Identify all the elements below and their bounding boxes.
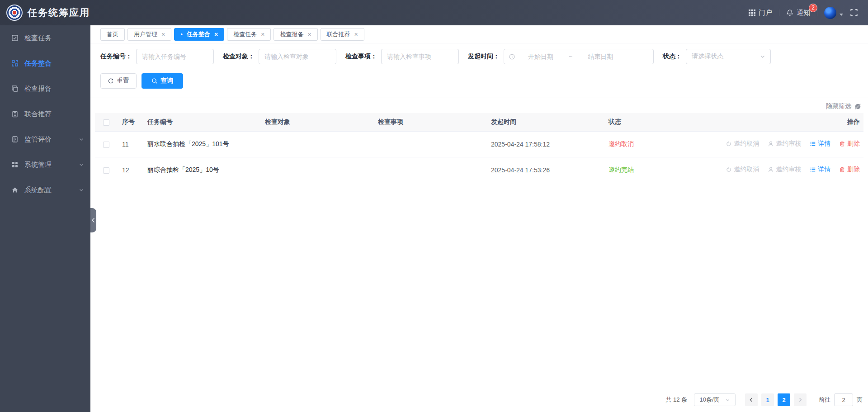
delete-button[interactable]: 删除	[839, 140, 860, 148]
tab-label: 任务整合	[187, 30, 210, 38]
cell-index: 11	[115, 131, 140, 157]
page-button-1[interactable]: 1	[761, 393, 774, 406]
pager: 1 2	[745, 393, 807, 406]
cell-object	[258, 157, 371, 183]
goto-page-input[interactable]	[834, 393, 853, 406]
tab-label: 用户管理	[134, 30, 157, 38]
tab-joint-recommend[interactable]: 联合推荐 ×	[321, 28, 364, 41]
detail-button[interactable]: 详情	[810, 166, 830, 174]
chevron-down-icon	[79, 162, 84, 167]
action-label: 详情	[818, 166, 830, 174]
app-grid-icon	[11, 161, 19, 168]
pagination: 共 12 条 10条/页 1 2 前往 页	[665, 393, 863, 406]
delete-button[interactable]: 删除	[839, 166, 860, 174]
select-all-checkbox[interactable]	[103, 119, 109, 126]
portal-button[interactable]: 门户	[749, 9, 772, 17]
close-icon[interactable]: ×	[161, 31, 165, 38]
app-title: 任务统筹应用	[28, 6, 90, 19]
search-button[interactable]: 查询	[142, 73, 183, 89]
status-badge: 邀约取消	[609, 140, 634, 147]
page-unit-label: 页	[857, 396, 863, 404]
invite-cancel-button[interactable]: 邀约取消	[726, 140, 759, 148]
close-icon[interactable]: ×	[214, 31, 218, 38]
status-label: 状态：	[663, 52, 682, 61]
sidebar-collapse-handle[interactable]	[90, 208, 96, 232]
task-no-input[interactable]	[136, 49, 214, 64]
fullscreen-icon	[850, 9, 858, 17]
start-date-input[interactable]	[517, 53, 564, 60]
list-icon	[810, 141, 816, 147]
tab-label: 检查任务	[233, 30, 257, 38]
header-index: 序号	[115, 113, 140, 131]
action-label: 详情	[818, 140, 830, 148]
item-input[interactable]	[381, 49, 459, 64]
person-icon	[768, 141, 774, 147]
sidebar-item-label: 系统配置	[24, 186, 73, 194]
app-header: 任务统筹应用 门户 通知 2	[0, 0, 868, 25]
header-time: 发起时间	[484, 113, 601, 131]
fullscreen-button[interactable]	[850, 9, 858, 17]
detail-button[interactable]: 详情	[810, 140, 830, 148]
status-select[interactable]: 请选择状态	[686, 49, 771, 64]
avatar	[824, 7, 836, 19]
date-range-picker[interactable]: ~	[504, 49, 654, 64]
status-select-placeholder: 请选择状态	[692, 52, 723, 61]
action-label: 邀约取消	[734, 166, 759, 174]
tab-task-integration[interactable]: ● 任务整合 ×	[174, 28, 224, 41]
chevron-down-icon	[760, 54, 765, 59]
time-label: 发起时间：	[468, 52, 500, 61]
notice-button[interactable]: 通知 2	[786, 9, 810, 17]
sidebar-item-task-integration[interactable]: 任务整合	[0, 51, 90, 76]
search-icon	[151, 78, 158, 84]
tab-check-task[interactable]: 检查任务 ×	[227, 28, 271, 41]
close-icon[interactable]: ×	[307, 31, 311, 38]
invite-review-button[interactable]: 邀约审核	[768, 140, 801, 148]
hide-filter-toggle[interactable]: 隐藏筛选	[826, 98, 868, 112]
header-object: 检查对象	[258, 113, 371, 131]
table-row: 12 丽综合抽检「2025」10号 2025-04-24 17:53:26 邀约…	[95, 157, 863, 183]
sidebar-item-check-report[interactable]: 检查报备	[0, 76, 90, 101]
reset-button[interactable]: 重置	[100, 73, 137, 89]
end-date-input[interactable]	[577, 53, 624, 60]
sidebar-item-label: 检查报备	[24, 85, 84, 93]
header-actions: 操作	[710, 113, 863, 131]
cell-item	[371, 131, 484, 157]
close-icon[interactable]: ×	[354, 31, 358, 38]
cell-task-no: 丽综合抽检「2025」10号	[140, 157, 258, 183]
sidebar-item-system-manage[interactable]: 系统管理	[0, 152, 90, 177]
invite-cancel-button[interactable]: 邀约取消	[726, 166, 759, 174]
filter-bar: 任务编号： 检查对象： 检查事项： 发起时间： ~ 状态： 请选择状态	[100, 49, 868, 64]
tab-user-manage[interactable]: 用户管理 ×	[127, 28, 171, 41]
notebook-icon	[11, 136, 19, 143]
header-actions: 门户 通知 2	[749, 7, 858, 19]
object-input[interactable]	[259, 49, 336, 64]
trash-icon	[839, 166, 845, 173]
eye-slash-icon	[854, 103, 862, 110]
cell-index: 12	[115, 157, 140, 183]
search-label: 查询	[160, 77, 173, 85]
active-tab-dot: ●	[180, 33, 183, 36]
next-page-button[interactable]	[794, 393, 807, 406]
sidebar: 检查任务 任务整合 检查报备 联合推荐 监管评价 系统管理 系统配置	[0, 25, 90, 412]
page-button-2[interactable]: 2	[778, 393, 790, 406]
row-checkbox[interactable]	[103, 167, 109, 174]
task-table: 序号 任务编号 检查对象 检查事项 发起时间 状态 操作 11 丽水联合抽检「2…	[95, 113, 863, 183]
close-icon[interactable]: ×	[261, 31, 264, 38]
sidebar-item-check-task[interactable]: 检查任务	[0, 25, 90, 51]
clock-icon	[509, 53, 515, 60]
user-menu[interactable]	[824, 7, 843, 19]
page-size-select[interactable]: 10条/页	[694, 393, 736, 406]
goto-label: 前往	[819, 396, 830, 404]
sidebar-item-supervision-eval[interactable]: 监管评价	[0, 127, 90, 152]
table-row: 11 丽水联合抽检「2025」101号 2025-04-24 17:58:12 …	[95, 131, 863, 157]
tab-check-report[interactable]: 检查报备 ×	[274, 28, 317, 41]
tab-home[interactable]: 首页	[100, 28, 125, 41]
row-checkbox[interactable]	[103, 142, 109, 148]
sidebar-item-system-config[interactable]: 系统配置	[0, 177, 90, 203]
sidebar-item-joint-recommend[interactable]: 联合推荐	[0, 101, 90, 127]
prev-page-button[interactable]	[745, 393, 758, 406]
action-label: 删除	[847, 140, 860, 148]
invite-review-button[interactable]: 邀约审核	[768, 166, 801, 174]
tab-label: 首页	[107, 30, 118, 38]
chevron-down-icon	[840, 14, 843, 16]
